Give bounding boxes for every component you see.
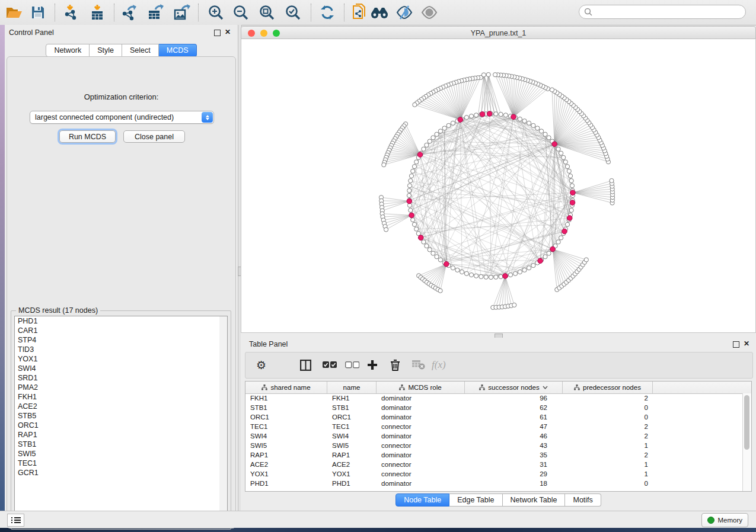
select-all-icon[interactable]	[323, 357, 337, 373]
unselect-all-icon[interactable]	[345, 357, 359, 373]
tab-motifs[interactable]: Motifs	[565, 493, 601, 507]
table-row[interactable]: STB1STB1dominator620	[245, 403, 743, 412]
task-history-button[interactable]	[7, 514, 24, 527]
zoom-out-icon[interactable]	[231, 3, 250, 22]
search-network-icon[interactable]	[370, 3, 389, 22]
save-session-icon[interactable]	[28, 3, 47, 22]
export-network-icon[interactable]	[120, 3, 139, 22]
mcds-result-list[interactable]: PHD1CAR1STP4TID3YOX1SWI4SRD1PMA2FKH1ACE2…	[14, 316, 221, 524]
mcds-result-item[interactable]: TEC1	[15, 459, 220, 468]
table-panel-float-icon[interactable]	[733, 341, 739, 348]
optimization-criterion-select[interactable]: largest connected component (undirected)	[30, 111, 214, 124]
column-header-successor-nodes[interactable]: successor nodes	[465, 382, 563, 393]
column-header-shared-name[interactable]: shared name	[245, 382, 327, 393]
mcds-result-item[interactable]: SRD1	[15, 373, 220, 383]
cell-name: ORC1	[327, 414, 377, 421]
delete-table-icon[interactable]	[412, 357, 425, 373]
cell-predecessor-nodes: 0	[563, 414, 653, 421]
cell-name: STB1	[327, 404, 377, 411]
clone-network-icon[interactable]	[350, 3, 369, 22]
cell-shared-name: TEC1	[245, 423, 327, 430]
cell-name: YOX1	[327, 470, 377, 477]
table-row[interactable]: SWI4SWI4dominator462	[245, 431, 743, 441]
table-row[interactable]: RAP1RAP1dominator352	[245, 450, 743, 460]
table-settings-gear-icon[interactable]: ⚙	[256, 357, 266, 373]
mcds-result-item[interactable]: RAP1	[15, 430, 220, 440]
table-scrollbar-thumb[interactable]	[744, 395, 749, 450]
tab-network-table[interactable]: Network Table	[503, 493, 566, 507]
mcds-result-item[interactable]: ACE2	[15, 402, 220, 411]
mcds-result-item[interactable]: STB5	[15, 411, 220, 421]
tab-edge-table[interactable]: Edge Table	[449, 493, 502, 507]
delete-column-icon[interactable]	[390, 357, 400, 373]
add-column-icon[interactable]	[367, 357, 378, 373]
mcds-result-item[interactable]: PHD1	[15, 316, 220, 326]
column-header-predecessor-nodes[interactable]: predecessor nodes	[563, 382, 653, 393]
cell-shared-name: SWI5	[245, 442, 327, 449]
mcds-result-item[interactable]: CAR1	[15, 326, 220, 335]
table-row[interactable]: ORC1ORC1dominator610	[245, 412, 743, 422]
tab-select[interactable]: Select	[122, 44, 159, 57]
control-panel-tabs: NetworkStyleSelectMCDS	[46, 44, 196, 57]
network-titlebar[interactable]: YPA_prune.txt_1	[241, 26, 756, 39]
cell-successor-nodes: 29	[465, 470, 563, 477]
tab-style[interactable]: Style	[90, 44, 122, 57]
cell-predecessor-nodes: 2	[563, 423, 653, 430]
cell-shared-name: SWI4	[245, 432, 327, 440]
mcds-list-scrollbar[interactable]	[219, 316, 228, 524]
table-scrollbar[interactable]	[742, 393, 751, 491]
export-image-icon[interactable]	[172, 3, 191, 22]
show-panel-icon[interactable]	[420, 3, 439, 22]
node-table: shared namenameMCDS rolesuccessor nodesp…	[245, 381, 752, 492]
table-row[interactable]: SWI5SWI5connector431	[245, 441, 743, 450]
control-panel-float-icon[interactable]	[214, 30, 221, 36]
cell-MCDS-role: connector	[377, 461, 465, 468]
mcds-tab-content: Optimization criterion: largest connecte…	[7, 56, 236, 528]
table-row[interactable]: TEC1TEC1connector472	[245, 422, 743, 431]
cell-MCDS-role: dominator	[377, 432, 465, 440]
zoom-selected-icon[interactable]	[283, 3, 302, 22]
refresh-icon[interactable]	[318, 3, 337, 22]
show-columns-icon[interactable]	[300, 357, 311, 373]
cell-successor-nodes: 47	[465, 423, 563, 430]
control-panel-close-icon[interactable]: ✕	[225, 28, 231, 36]
control-panel-title: Control Panel	[9, 28, 54, 37]
column-header-name[interactable]: name	[327, 382, 377, 393]
import-network-icon[interactable]	[62, 3, 81, 22]
column-header-MCDS-role[interactable]: MCDS role	[377, 382, 465, 393]
mcds-result-item[interactable]: STB1	[15, 440, 220, 449]
mcds-result-item[interactable]: ORC1	[15, 421, 220, 430]
mcds-result-item[interactable]: TID3	[15, 345, 220, 354]
network-canvas[interactable]	[241, 39, 756, 333]
zoom-fit-icon[interactable]	[257, 3, 276, 22]
zoom-in-icon[interactable]	[206, 3, 225, 22]
mcds-result-item[interactable]: PMA2	[15, 383, 220, 392]
open-file-icon[interactable]	[5, 3, 24, 22]
table-body: FKH1FKH1dominator962STB1STB1dominator620…	[245, 393, 743, 491]
tab-node-table[interactable]: Node Table	[395, 493, 449, 507]
import-table-icon[interactable]	[88, 3, 107, 22]
search-icon	[584, 8, 592, 16]
mcds-result-item[interactable]: GCR1	[15, 468, 220, 477]
memory-button[interactable]: Memory	[701, 513, 748, 527]
hide-panel-icon[interactable]	[395, 3, 414, 22]
mcds-result-item[interactable]: YOX1	[15, 354, 220, 364]
mcds-result-item[interactable]: SWI4	[15, 364, 220, 373]
tab-network[interactable]: Network	[46, 44, 90, 57]
mcds-result-item[interactable]: FKH1	[15, 392, 220, 402]
search-input[interactable]	[579, 5, 746, 19]
table-panel-close-icon[interactable]: ✕	[744, 339, 749, 348]
run-mcds-button[interactable]: Run MCDS	[59, 130, 116, 143]
close-panel-button[interactable]: Close panel	[123, 130, 185, 143]
table-row[interactable]: YOX1YOX1connector291	[245, 469, 743, 479]
mcds-result-item[interactable]: STP4	[15, 335, 220, 345]
table-row[interactable]: ACE2ACE2connector311	[245, 460, 743, 469]
table-row[interactable]: FKH1FKH1dominator962	[245, 393, 743, 403]
mcds-result-item[interactable]: SWI5	[15, 449, 220, 459]
horizontal-splitter[interactable]	[241, 333, 756, 338]
export-table-icon[interactable]	[146, 3, 165, 22]
function-builder-icon[interactable]: f(x)	[432, 357, 446, 373]
tab-mcds[interactable]: MCDS	[159, 44, 197, 57]
table-row[interactable]: PHD1PHD1dominator180	[245, 479, 743, 488]
main-toolbar	[0, 0, 756, 25]
